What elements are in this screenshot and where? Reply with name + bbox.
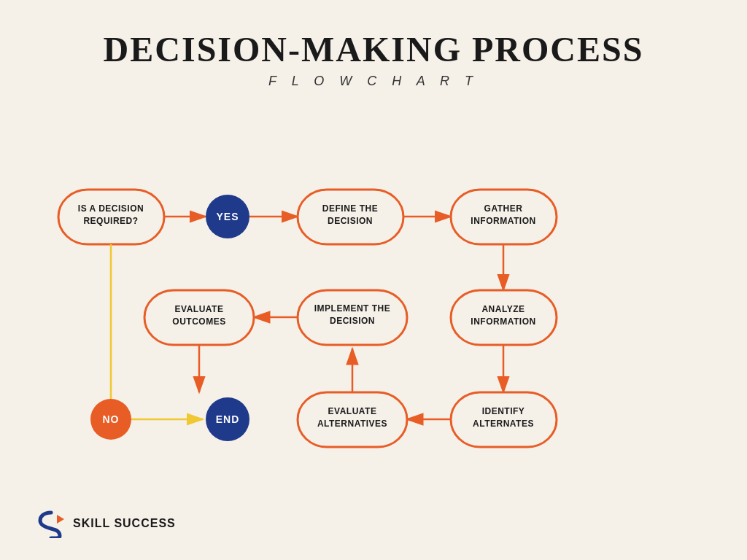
svg-text:ANALYZE: ANALYZE xyxy=(481,304,525,314)
svg-text:INFORMATION: INFORMATION xyxy=(471,216,535,226)
svg-text:EVALUATE: EVALUATE xyxy=(328,406,377,416)
svg-text:ALTERNATES: ALTERNATES xyxy=(473,419,534,429)
svg-text:DECISION: DECISION xyxy=(330,316,375,326)
main-title: DECISION-MAKING PROCESS xyxy=(0,29,747,69)
svg-text:IDENTIFY: IDENTIFY xyxy=(482,406,525,416)
skill-success-icon xyxy=(36,509,66,538)
header: DECISION-MAKING PROCESS F L O W C H A R … xyxy=(0,0,747,89)
svg-text:NO: NO xyxy=(103,413,120,425)
svg-marker-19 xyxy=(57,515,64,524)
svg-text:DECISION: DECISION xyxy=(328,216,373,226)
logo-label: SKILL SUCCESS xyxy=(73,517,176,530)
decision-text: IS A DECISION xyxy=(78,203,144,214)
svg-text:END: END xyxy=(216,413,240,425)
sub-title: F L O W C H A R T xyxy=(0,74,747,89)
svg-text:IMPLEMENT THE: IMPLEMENT THE xyxy=(314,303,391,314)
svg-text:GATHER: GATHER xyxy=(484,203,523,214)
flowchart: IS A DECISION REQUIRED? YES DEFINE THE D… xyxy=(36,102,729,525)
page: DECISION-MAKING PROCESS F L O W C H A R … xyxy=(0,0,747,560)
svg-text:ALTERNATIVES: ALTERNATIVES xyxy=(317,419,387,429)
svg-text:EVALUATE: EVALUATE xyxy=(175,304,224,314)
svg-text:OUTCOMES: OUTCOMES xyxy=(172,316,225,327)
svg-text:INFORMATION: INFORMATION xyxy=(471,316,535,327)
logo: SKILL SUCCESS xyxy=(36,509,176,538)
svg-text:DEFINE THE: DEFINE THE xyxy=(322,203,378,214)
yes-text: YES xyxy=(216,211,239,222)
svg-text:REQUIRED?: REQUIRED? xyxy=(83,216,138,226)
